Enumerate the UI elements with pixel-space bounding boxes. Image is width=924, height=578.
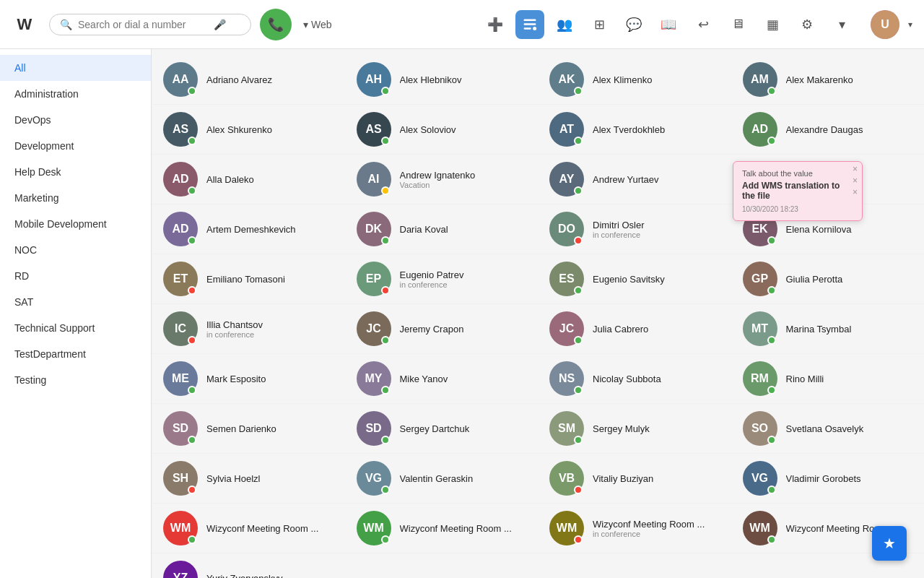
avatar: SD (163, 411, 198, 446)
status-dot (381, 286, 390, 295)
status-dot (188, 386, 196, 394)
call-button[interactable]: 📞 (260, 9, 292, 40)
contact-card[interactable]: ESEugenio Savitsky (538, 254, 731, 304)
contact-card[interactable]: MTMarina Tsymbal (731, 304, 925, 354)
tooltip-close-1[interactable]: × (853, 165, 858, 173)
mic-icon[interactable]: 🎤 (214, 19, 226, 30)
monitor-icon[interactable]: 🖥 (723, 10, 752, 39)
sidebar-item-marketing[interactable]: Marketing (0, 185, 151, 211)
contact-card[interactable]: WMWizyconf Meeting Room ... (152, 504, 345, 553)
contact-card[interactable]: MEMark Esposito (152, 354, 345, 404)
contact-card[interactable]: EPEugenio Patrevin conference (345, 254, 539, 304)
avatar: AA (163, 62, 198, 97)
web-dropdown[interactable]: ▾ Web (303, 19, 332, 30)
contact-card[interactable]: AHAlex Hlebnikov (345, 55, 539, 105)
search-input[interactable] (78, 19, 208, 30)
status-dot (767, 336, 776, 345)
contact-card[interactable]: AIAndrew IgnatenkoVacation (345, 155, 539, 204)
sidebar-item-rd[interactable]: RD (0, 263, 151, 289)
contact-card[interactable]: RMRino Milli (731, 354, 925, 404)
contact-card[interactable]: ICIllia Chantsovin conference (152, 304, 345, 354)
contact-card[interactable]: GPGiulia Perotta (731, 254, 925, 304)
contact-card[interactable]: VGVladimir Gorobets (731, 454, 925, 504)
contact-card[interactable]: DODimitri Oslerin conference (538, 204, 731, 254)
avatar: AS (163, 112, 198, 147)
contact-card[interactable]: SDSemen Darienko (152, 404, 345, 454)
sidebar-item-noc[interactable]: NOC (0, 237, 151, 263)
contact-card[interactable]: VBVitaliy Buziyan (538, 454, 731, 504)
sidebar-item-devops[interactable]: DevOps (0, 107, 151, 133)
contact-info: Eugenio Patrevin conference (400, 269, 527, 289)
contact-info: Svetlana Osavelyk (786, 423, 913, 434)
contact-card[interactable]: AAAdriano Alvarez (152, 55, 345, 105)
contact-card[interactable]: AMAlex Makarenko (731, 55, 925, 105)
contact-card[interactable]: ETEmiliano Tomasoni (152, 254, 345, 304)
float-button[interactable]: ★ (872, 526, 907, 561)
avatar: SH (163, 461, 198, 496)
status-dot (381, 87, 390, 95)
contact-info: Rino Milli (786, 374, 913, 384)
more-icon[interactable]: ▾ (827, 10, 856, 39)
tooltip-close-2[interactable]: × (853, 176, 858, 185)
contact-name: Eugenio Savitsky (593, 274, 720, 285)
avatar: AS (357, 112, 391, 147)
contact-card[interactable]: SOSvetlana Osavelyk (731, 404, 925, 454)
team-icon[interactable]: 👥 (550, 10, 579, 39)
contact-card[interactable]: SMSergey Mulyk (538, 404, 731, 454)
contact-card[interactable]: WMWizyconf Meeting Room ...in conference (538, 504, 731, 553)
grid-icon[interactable]: ⊞ (585, 10, 614, 39)
status-dot (574, 286, 583, 295)
contact-card[interactable]: ADArtem Demeshkevich (152, 204, 345, 254)
status-dot (767, 286, 776, 295)
contact-card[interactable]: AKAlex Klimenko (538, 55, 731, 105)
contact-card[interactable]: AYAndrew Yurtaev (538, 155, 731, 204)
avatar: AM (743, 62, 777, 97)
status-dot (188, 486, 196, 494)
contacts-icon[interactable] (515, 10, 544, 39)
avatar: WM (163, 511, 198, 545)
contact-card[interactable]: ATAlex Tverdokhleb (538, 105, 731, 155)
avatar: MY (357, 361, 391, 396)
user-dropdown-arrow[interactable]: ▾ (908, 20, 912, 30)
chat-icon[interactable]: 💬 (619, 10, 648, 39)
contact-name: Vitaliy Buziyan (593, 473, 720, 484)
contact-name: Mike Yanov (400, 374, 527, 384)
status-dot (381, 336, 390, 345)
contact-name: Sergey Mulyk (593, 423, 720, 434)
contact-card[interactable]: ASAlex Shkurenko (152, 105, 345, 155)
contact-card[interactable]: DKDaria Koval (345, 204, 539, 254)
contact-card[interactable]: JCJulia Cabrero (538, 304, 731, 354)
columns-icon[interactable]: ▦ (758, 10, 787, 39)
contact-card[interactable]: YZYuriy Zveryanskyy (152, 553, 345, 578)
contact-card[interactable]: SHSylvia Hoelzl (152, 454, 345, 504)
contact-card[interactable]: NSNicolay Subbota (538, 354, 731, 404)
contact-grid: AAAdriano AlvarezAHAlex HlebnikovAKAlex … (152, 49, 924, 578)
sidebar-item-mobile-development[interactable]: Mobile Development (0, 211, 151, 237)
contact-card[interactable]: ADAlexandre Daugas (731, 105, 925, 155)
avatar: AY (549, 162, 584, 197)
contact-card[interactable]: ADAlla Daleko (152, 155, 345, 204)
contact-card[interactable]: VGValentin Geraskin (345, 454, 539, 504)
topbar-nav: ➕ 👥 ⊞ 💬 📖 ↩ 🖥 ▦ ⚙ ▾ (481, 10, 856, 39)
sidebar-item-development[interactable]: Development (0, 133, 151, 159)
contact-card[interactable]: SDSergey Dartchuk (345, 404, 539, 454)
user-avatar[interactable]: U (871, 10, 899, 39)
sidebar-item-technical-support[interactable]: Technical Support (0, 315, 151, 341)
contact-card[interactable]: ASAlex Soloviov (345, 105, 539, 155)
sidebar-item-testdepartment[interactable]: TestDepartment (0, 341, 151, 367)
sidebar-item-help-desk[interactable]: Help Desk (0, 159, 151, 185)
history-icon[interactable]: ↩ (689, 10, 718, 39)
sidebar-item-administration[interactable]: Administration (0, 81, 151, 107)
contact-name: Wizyconf Meeting Room ... (206, 523, 334, 534)
book-icon[interactable]: 📖 (654, 10, 683, 39)
contact-info: Alex Shkurenko (206, 124, 334, 135)
contact-card[interactable]: JCJeremy Crapon (345, 304, 539, 354)
tooltip-close-3[interactable]: × (853, 188, 858, 197)
sidebar-item-all[interactable]: All (0, 55, 151, 81)
add-icon[interactable]: ➕ (481, 10, 510, 39)
sidebar-item-sat[interactable]: SAT (0, 289, 151, 315)
sidebar-item-testing[interactable]: Testing (0, 367, 151, 393)
contact-card[interactable]: MYMike Yanov (345, 354, 539, 404)
settings-icon[interactable]: ⚙ (793, 10, 821, 39)
contact-card[interactable]: WMWizyconf Meeting Room ... (345, 504, 539, 553)
